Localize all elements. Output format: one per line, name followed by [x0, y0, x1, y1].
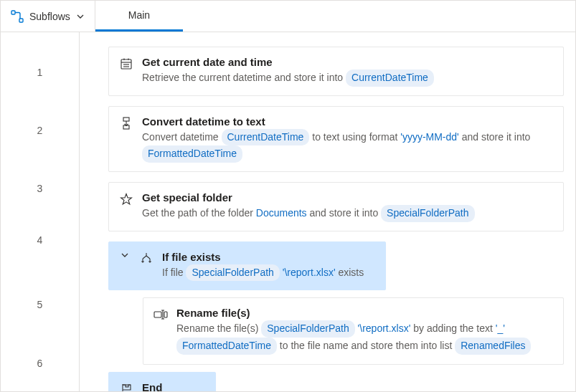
step-get-special-folder[interactable]: Get special folder Get the path of the f… — [108, 182, 564, 231]
line-number: 3 — [37, 163, 43, 214]
line-number-gutter: 1 2 3 4 5 6 — [1, 32, 80, 391]
line-number: 4 — [37, 214, 43, 266]
step-description: Convert datetime CurrentDateTime to text… — [142, 129, 553, 163]
step-description: Retrieve the current datetime and store … — [142, 70, 553, 87]
step-title: Get special folder — [142, 191, 553, 204]
variable-token[interactable]: RenamedFiles — [455, 338, 531, 355]
step-title: Rename file(s) — [176, 307, 553, 319]
step-description: Rename the file(s) SpecialFolderPath '\r… — [176, 320, 553, 354]
step-title: If file exists — [162, 251, 364, 263]
step-description: Get the path of the folder Documents and… — [142, 205, 553, 222]
svg-rect-1 — [19, 19, 23, 22]
svg-rect-16 — [164, 312, 167, 317]
variable-token[interactable]: FormattedDateTime — [142, 145, 242, 163]
variable-token[interactable]: SpecialFolderPath — [381, 205, 474, 222]
line-number: 6 — [37, 343, 43, 383]
flow-area: 1 2 3 4 5 6 Get current date and time Re… — [1, 32, 575, 391]
variable-token[interactable]: CurrentDateTime — [346, 70, 434, 87]
step-convert-datetime[interactable]: Convert datetime to text Convert datetim… — [108, 106, 564, 172]
variable-token[interactable]: FormattedDateTime — [176, 338, 277, 355]
steps-container: Get current date and time Retrieve the c… — [80, 32, 575, 391]
literal: '_' — [496, 322, 505, 334]
chevron-down-icon — [76, 12, 85, 21]
branch-icon — [139, 252, 154, 265]
step-description: If file SpecialFolderPath '\report.xlsx'… — [162, 264, 364, 282]
step-rename-files[interactable]: Rename file(s) Rename the file(s) Specia… — [143, 297, 564, 365]
literal: 'yyyy-MM-dd' — [400, 131, 459, 143]
line-number: 1 — [37, 47, 43, 98]
subflows-dropdown[interactable]: Subflows — [1, 1, 95, 32]
step-get-datetime[interactable]: Get current date and time Retrieve the c… — [108, 47, 564, 96]
line-number: 5 — [37, 266, 43, 343]
variable-token[interactable]: CurrentDateTime — [222, 129, 310, 146]
star-icon — [119, 193, 133, 206]
folder-link[interactable]: Documents — [256, 207, 307, 219]
svg-rect-0 — [11, 11, 15, 14]
convert-icon — [119, 117, 133, 130]
literal: '\report.xlsx' — [283, 267, 336, 278]
literal: '\report.xlsx' — [358, 322, 411, 334]
line-number: 2 — [37, 98, 43, 163]
tab-label: Main — [128, 9, 150, 21]
svg-rect-14 — [154, 312, 161, 317]
variable-token[interactable]: SpecialFolderPath — [261, 320, 354, 338]
collapse-chevron-icon[interactable] — [119, 251, 131, 259]
step-end[interactable]: End — [108, 372, 216, 391]
top-bar: Subflows Main — [1, 1, 575, 32]
calendar-icon — [119, 57, 133, 70]
step-title: End — [142, 381, 205, 391]
step-title: Convert datetime to text — [142, 115, 553, 128]
step-if-file-exists[interactable]: If file exists If file SpecialFolderPath… — [108, 242, 386, 291]
rename-icon — [154, 308, 168, 321]
step-title: Get current date and time — [142, 56, 553, 68]
flow-icon — [11, 10, 24, 23]
variable-token[interactable]: SpecialFolderPath — [186, 264, 279, 282]
svg-rect-8 — [123, 118, 129, 121]
subflows-label: Subflows — [29, 11, 70, 22]
end-flag-icon — [119, 383, 133, 391]
tab-main[interactable]: Main — [95, 1, 183, 32]
